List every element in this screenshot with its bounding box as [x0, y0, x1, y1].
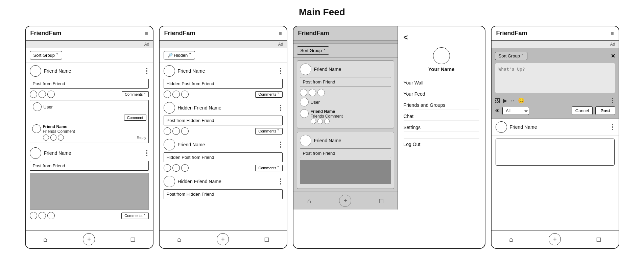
- screen1-comment-name: Friend Name: [43, 124, 146, 129]
- screen4-post-btn[interactable]: Post: [595, 106, 615, 115]
- screen2-p2-react-1[interactable]: [164, 127, 171, 135]
- screen3-menu-item-settings[interactable]: Settings: [404, 123, 479, 132]
- screen1-user-avatar: [33, 102, 42, 111]
- screen2-post3-text: Hidden Post from Friend: [164, 152, 283, 162]
- screen2-menu-icon[interactable]: ≡: [279, 30, 282, 36]
- screen4-sort-btn[interactable]: Sort Group ˅: [495, 52, 527, 60]
- screen3-menu-item-friends[interactable]: Friends and Groups: [404, 101, 479, 109]
- screen2-header: FriendFam ≡: [160, 26, 287, 41]
- screen4-logo: FriendFam: [496, 30, 527, 37]
- screen1-reply-btn[interactable]: Reply: [137, 136, 146, 140]
- screen1-comment-react-1[interactable]: [43, 134, 49, 141]
- screen4-visibility-select[interactable]: All Friends Only Me: [502, 107, 529, 115]
- screen1-reaction-2[interactable]: [39, 91, 46, 98]
- screen2-p1-react-1[interactable]: [164, 91, 171, 98]
- screen2-post3-more[interactable]: [279, 141, 283, 148]
- screen3-comment-reactions: [311, 119, 343, 124]
- screen1-post1-comments-btn[interactable]: Comments ^: [122, 91, 148, 97]
- screen1-user-label: User: [44, 104, 53, 109]
- screen4-image-icon[interactable]: 🖼: [495, 98, 500, 104]
- screen2-post2-more[interactable]: [279, 104, 283, 112]
- screen2-hidden-btn[interactable]: 🔎 Hidden ˅: [164, 51, 195, 59]
- screen4-close-icon[interactable]: ×: [611, 52, 615, 60]
- screen1-post2-react-3[interactable]: [47, 212, 55, 219]
- screen2-post2-name: Hidden Friend Name: [178, 105, 221, 111]
- screen1-bottom-nav: ⌂ + □: [26, 230, 153, 248]
- screen3-fp1-r2: [309, 89, 316, 96]
- screen2-post1-more[interactable]: [279, 67, 283, 75]
- screen4-more-options[interactable]: ⋮: [610, 97, 615, 104]
- screen1-post1-reactions: [30, 91, 55, 98]
- screen1-comment-react-2[interactable]: [50, 134, 56, 141]
- screen4-link-icon[interactable]: ↔: [510, 98, 515, 104]
- screen2-post1-reactions: [164, 91, 189, 98]
- screen3-menu-panel: < Your Name Your Wall Your Feed Friends …: [398, 26, 485, 210]
- screen2-chat-icon[interactable]: □: [265, 236, 269, 243]
- screen3-menu-item-feed[interactable]: Your Feed: [404, 90, 479, 98]
- screen2-post1-friend-info: Friend Name: [164, 65, 205, 77]
- screen3-comment-name: Friend Name: [311, 109, 343, 114]
- screen1-post2-more[interactable]: [145, 149, 149, 157]
- screen2-post4-more[interactable]: [279, 178, 283, 185]
- screen1-post1-friend-info: Friend Name: [30, 65, 71, 77]
- screen4-more-dots[interactable]: [611, 123, 615, 131]
- screen4-add-btn[interactable]: +: [549, 233, 561, 245]
- screen1-post1-avatar: [30, 65, 41, 77]
- screen2-post4-friend-info: Hidden Friend Name: [164, 176, 221, 187]
- screen1-comments-section: User Comment Friend Name Friends Comment: [30, 100, 149, 143]
- screen1-post2-react-1[interactable]: [30, 212, 37, 219]
- screen4-cancel-btn[interactable]: Cancel: [572, 106, 593, 115]
- screen3-fp1-r3: [317, 89, 325, 96]
- screen4-emoji-icon[interactable]: 😊: [518, 97, 525, 104]
- screen2-p3-react-1[interactable]: [164, 164, 171, 172]
- screen1-home-icon[interactable]: ⌂: [43, 236, 47, 243]
- screen3-fp1-name: Friend Name: [314, 67, 341, 72]
- screen3-sort-btn[interactable]: Sort Group ˅: [297, 46, 329, 55]
- screen3-fp1-friend: Friend Name: [300, 64, 341, 75]
- screen1-add-btn[interactable]: +: [83, 233, 95, 245]
- screen1-post2-react-2[interactable]: [39, 212, 46, 219]
- screen3-menu-username: Your Name: [428, 66, 454, 72]
- screen2-p1-react-2[interactable]: [172, 91, 180, 98]
- screen4-ad-label: Ad: [610, 42, 615, 47]
- screen1-chat-icon[interactable]: □: [131, 236, 135, 243]
- screen1-menu-icon[interactable]: ≡: [145, 30, 148, 36]
- screen2-post-1: Friend Name Hidden Post from Friend Comm…: [164, 65, 283, 98]
- screen4-chat-icon[interactable]: □: [597, 236, 601, 243]
- screen2-post2-text: Post from Hidden Friend: [164, 116, 283, 125]
- screen4-menu-icon[interactable]: ≡: [611, 30, 614, 36]
- screen2-p3-react-3[interactable]: [181, 164, 189, 172]
- screen1-comment-btn[interactable]: Comment: [124, 115, 146, 121]
- screen4-video-icon[interactable]: ▶: [503, 97, 507, 104]
- screen1-post2-comments-btn[interactable]: Comments ˅: [121, 213, 148, 219]
- screen2-p2-react-3[interactable]: [181, 127, 189, 135]
- screen2-post2-comments-btn[interactable]: Comments ˅: [255, 128, 282, 134]
- screen2-p2-react-2[interactable]: [172, 127, 180, 135]
- screen1-post2-image: [30, 173, 149, 210]
- screen2-post1-comments-btn[interactable]: Comments ˅: [255, 91, 282, 98]
- screen1-post1-more[interactable]: [145, 67, 149, 75]
- screen2-post-4: Hidden Friend Name Post from Hidden Frie…: [164, 176, 283, 201]
- screen1-comment-react-3[interactable]: [58, 134, 64, 141]
- screen2-post3-footer: Comments ˅: [164, 164, 283, 172]
- screen1-post-2: Friend Name Post from Friend: [30, 147, 149, 219]
- screen3-back-btn[interactable]: <: [404, 33, 479, 42]
- screen2-post3-comments-btn[interactable]: Comments ˅: [255, 165, 282, 171]
- screen3-menu-item-wall[interactable]: Your Wall: [404, 79, 479, 87]
- screen3-user-row: User Friend Name Friends Comment: [300, 98, 391, 125]
- screen2-p1-react-3[interactable]: [181, 91, 189, 98]
- screen1-post2-avatar: [30, 147, 41, 159]
- screen1-reaction-3[interactable]: [47, 91, 55, 98]
- screen3-menu-item-chat[interactable]: Chat: [404, 112, 479, 121]
- screen4-compose-textarea[interactable]: [495, 63, 615, 93]
- screen3-menu-item-logout[interactable]: Log Out: [404, 139, 479, 148]
- screen1-reaction-1[interactable]: [30, 91, 37, 98]
- screen2-home-icon[interactable]: ⌂: [177, 236, 181, 243]
- screen1-sort-btn[interactable]: Sort Group ˅: [30, 51, 62, 59]
- screen3-fp1-header: Friend Name: [300, 64, 391, 75]
- screen2-add-btn[interactable]: +: [217, 233, 229, 245]
- screen1-post2-text: Post from Friend: [30, 161, 149, 171]
- screen1-comment-footer: Reply: [43, 134, 146, 141]
- screen4-home-icon[interactable]: ⌂: [509, 236, 513, 243]
- screen2-p3-react-2[interactable]: [172, 164, 180, 172]
